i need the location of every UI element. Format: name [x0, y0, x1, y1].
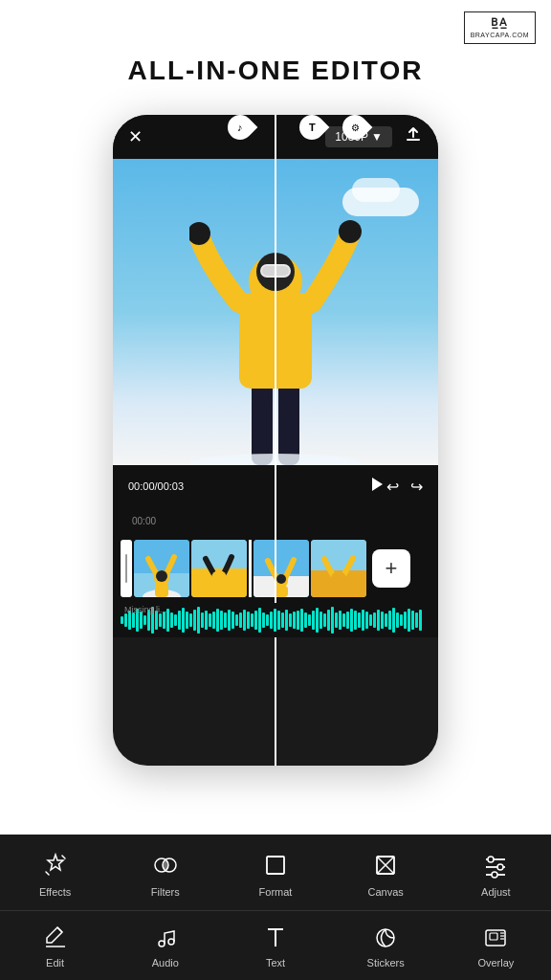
- waveform-bar: [220, 611, 223, 630]
- waveform-bar: [289, 613, 292, 627]
- trim-handle-left[interactable]: [121, 540, 132, 597]
- waveform-bar: [350, 609, 353, 632]
- edit-label: Edit: [46, 957, 64, 969]
- sticker-marker[interactable]: ⚙: [342, 115, 367, 140]
- add-clip-button[interactable]: +: [372, 549, 410, 588]
- edit-nav[interactable]: Edit: [17, 923, 94, 969]
- waveform-bar: [186, 612, 188, 629]
- waveform-bar: [415, 612, 418, 628]
- overlay-label: Overlay: [477, 957, 514, 969]
- waveform-bar: [247, 612, 250, 629]
- thumbnail-2: [191, 540, 247, 597]
- logo: B̲A̲BRAYCAPA.COM: [464, 11, 536, 44]
- svg-point-40: [497, 864, 503, 870]
- play-button[interactable]: [365, 474, 386, 500]
- audio-label: Missing li...: [124, 605, 167, 614]
- close-button[interactable]: ✕: [128, 126, 143, 147]
- overlay-icon: [480, 923, 511, 953]
- thumbnail-4: [311, 540, 366, 597]
- text-marker[interactable]: T: [299, 115, 324, 140]
- waveform-bar: [354, 611, 357, 630]
- svg-rect-1: [252, 379, 273, 465]
- waveform-bar: [300, 609, 303, 632]
- waveform-bar: [231, 612, 234, 629]
- audio-icon: [150, 923, 181, 953]
- redo-button[interactable]: ↪: [410, 478, 423, 496]
- audio-marker[interactable]: ♪: [228, 115, 253, 140]
- canvas-tool[interactable]: Canvas: [347, 848, 424, 898]
- waveform-bar: [308, 614, 311, 626]
- waveform-bar: [205, 611, 208, 630]
- waveform-bar: [396, 612, 399, 628]
- overlay-nav[interactable]: Overlay: [457, 923, 534, 969]
- waveform-bar: [331, 607, 334, 634]
- waveform-bar: [369, 614, 372, 626]
- waveform-bar: [377, 610, 380, 631]
- svg-point-9: [339, 220, 362, 243]
- waveform-bar: [216, 609, 219, 632]
- waveform-bar: [159, 613, 162, 627]
- waveform-bar: [323, 613, 326, 627]
- controls-right: ↩ ↪: [386, 478, 423, 496]
- svg-point-30: [331, 571, 346, 587]
- effects-tool[interactable]: Effects: [17, 848, 94, 898]
- waveform-bar: [178, 611, 181, 630]
- waveform-bar: [224, 612, 227, 628]
- waveform-bar: [182, 608, 185, 633]
- waveform-bar: [197, 607, 200, 634]
- phone-mockup: ✕ 1080P ▼: [113, 115, 438, 766]
- format-label: Format: [259, 886, 293, 898]
- waveform-bar: [212, 612, 215, 629]
- svg-rect-2: [278, 379, 299, 465]
- text-icon: [260, 923, 291, 953]
- waveform-bar: [304, 612, 307, 628]
- waveform-bar: [373, 612, 376, 628]
- logo-text: B̲A̲BRAYCAPA.COM: [464, 11, 536, 44]
- waveform-bar: [239, 612, 242, 628]
- waveform-bar: [312, 611, 315, 630]
- waveform-bar: [170, 612, 173, 628]
- timeline-start-label: 00:00: [132, 516, 156, 526]
- adjust-tool[interactable]: Adjust: [457, 848, 534, 898]
- svg-point-44: [159, 941, 165, 947]
- thumbnail-strip: +: [113, 534, 438, 603]
- text-label: Text: [266, 957, 285, 969]
- waveform-bar: [411, 611, 414, 630]
- adjust-icon: [478, 848, 513, 882]
- waveform-bar: [388, 611, 391, 630]
- svg-marker-11: [372, 478, 383, 491]
- effects-icon: [38, 848, 73, 882]
- waveform-bar: [124, 613, 127, 627]
- waveform-bar: [277, 611, 280, 630]
- cloud-2: [352, 178, 400, 202]
- waveform-bar: [381, 612, 384, 629]
- export-button[interactable]: [404, 125, 423, 149]
- svg-point-26: [276, 574, 286, 584]
- svg-rect-50: [490, 933, 497, 940]
- waveform-bar: [285, 610, 288, 631]
- waveform-bar: [346, 612, 349, 629]
- waveform-bar: [258, 608, 261, 633]
- waveform-bar: [193, 610, 196, 631]
- waveform-bar: [320, 612, 322, 629]
- stickers-nav[interactable]: Stickers: [347, 923, 424, 969]
- adjust-label: Adjust: [481, 886, 511, 898]
- waveform-bar: [404, 612, 407, 629]
- svg-point-42: [492, 872, 497, 878]
- main-toolbar: Effects Filters Format: [0, 835, 551, 911]
- format-icon: [258, 848, 293, 882]
- audio-nav[interactable]: Audio: [127, 923, 204, 969]
- waveform-bar: [293, 612, 296, 629]
- format-tool[interactable]: Format: [237, 848, 314, 898]
- stickers-icon: [370, 923, 401, 953]
- undo-button[interactable]: ↩: [386, 478, 399, 496]
- waveform-bar: [121, 616, 123, 624]
- waveform-bar: [270, 612, 273, 629]
- svg-rect-0: [407, 139, 420, 141]
- waveform-bar: [408, 609, 410, 632]
- filters-tool[interactable]: Filters: [127, 848, 204, 898]
- trim-handle-middle[interactable]: [249, 540, 252, 597]
- waveform-bar: [297, 611, 299, 630]
- waveform-bar: [400, 614, 403, 626]
- text-nav[interactable]: Text: [237, 923, 314, 969]
